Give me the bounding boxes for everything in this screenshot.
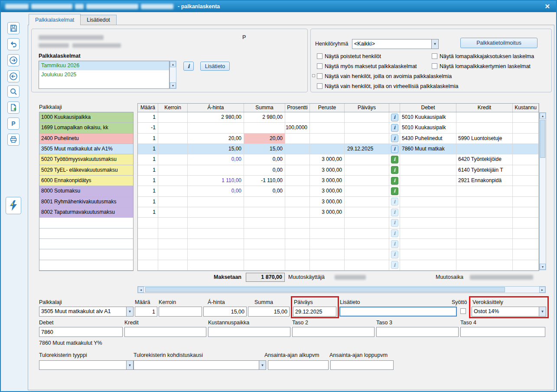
grid-row[interactable]: i	[138, 249, 539, 260]
cell-ahinta[interactable]	[188, 218, 244, 228]
cell-kerroin[interactable]	[158, 207, 188, 218]
cell-kredit[interactable]: 6140 Työntekijäin T	[456, 165, 513, 176]
cell-ahinta[interactable]	[188, 207, 244, 218]
cell-kredit[interactable]	[456, 197, 513, 207]
cell-maara[interactable]: 1	[138, 144, 158, 154]
cell-prosentti[interactable]	[285, 229, 310, 239]
cell-peruste[interactable]	[310, 112, 345, 123]
maara-input[interactable]	[135, 307, 157, 317]
cell-kerroin[interactable]	[158, 123, 188, 133]
cell-kerroin[interactable]	[158, 239, 188, 249]
period-item[interactable]: Tammikuu 2026	[39, 61, 169, 70]
summa-input[interactable]	[248, 307, 290, 317]
cell-ahinta[interactable]	[188, 229, 244, 239]
grid-row[interactable]: 10,003 000,00i6140 Työntekijäin T	[138, 165, 539, 176]
cell-debet[interactable]	[400, 154, 456, 165]
cell-summa[interactable]	[244, 207, 285, 218]
checkbox-icon[interactable]	[317, 63, 322, 69]
cell-debet[interactable]	[400, 186, 456, 196]
row-info-button[interactable]: i	[391, 145, 398, 153]
cell-ahinta[interactable]: 15,00	[188, 144, 244, 154]
cell-kredit[interactable]	[456, 186, 513, 196]
cell-ahinta[interactable]	[188, 260, 244, 271]
cell-kustannuspaikka[interactable]	[513, 176, 539, 186]
cell-maara[interactable]	[138, 260, 158, 271]
ansainta-loppupvm-input[interactable]	[330, 360, 394, 370]
ahinta-input[interactable]	[203, 307, 247, 317]
cell-peruste[interactable]: 3 000,00	[310, 207, 345, 218]
grid-horizontal-scrollbar[interactable]: ◄ ►	[137, 286, 546, 293]
dropdown-arrow-icon[interactable]: ▼	[259, 360, 266, 370]
scroll-up-icon[interactable]: ▲	[540, 113, 546, 119]
cell-kerroin[interactable]	[158, 112, 188, 123]
palkkalaji-item[interactable]: 8000 Sotumaksu	[39, 186, 133, 196]
cell-debet[interactable]	[400, 218, 456, 228]
cell-peruste[interactable]: 3 000,00	[310, 154, 345, 165]
cell-ahinta[interactable]: 1 110,00	[188, 176, 244, 186]
filter-checkbox[interactable]: Näytä lomapalkkakertymien laskelmat	[432, 62, 534, 70]
cell-debet[interactable]	[400, 239, 456, 249]
taso4-input[interactable]	[460, 327, 545, 337]
scroll-down-icon[interactable]: ▼	[540, 264, 546, 270]
cell-kredit[interactable]	[456, 229, 513, 239]
palkkalaji-item[interactable]: 1000 Kuukausipalkka	[39, 112, 133, 123]
cell-peruste[interactable]	[310, 123, 345, 133]
flash-button[interactable]	[6, 197, 21, 214]
cell-prosentti[interactable]	[285, 165, 310, 176]
cell-kredit[interactable]	[456, 260, 513, 271]
cell-kustannuspaikka[interactable]	[513, 134, 539, 144]
cell-kustannuspaikka[interactable]	[513, 112, 539, 123]
cell-peruste[interactable]	[310, 134, 345, 144]
cell-maara[interactable]: 1	[138, 165, 158, 176]
cell-summa[interactable]: 2 980,00	[244, 112, 285, 123]
cell-kredit[interactable]: 6420 Työntekijöide	[456, 154, 513, 165]
cell-summa[interactable]: 0,00	[244, 165, 285, 176]
grid-row[interactable]: 13 000,00i	[138, 207, 539, 218]
cell-summa[interactable]: 0,00	[244, 154, 285, 165]
cell-debet[interactable]: 5010 Kuukausipalk	[400, 123, 456, 133]
cell-paivays[interactable]	[345, 207, 389, 218]
row-info-button[interactable]: i	[391, 124, 398, 132]
grid-row[interactable]: i	[138, 229, 539, 239]
period-info-button[interactable]: i	[183, 62, 194, 71]
syotto-checkbox[interactable]	[460, 308, 466, 314]
cell-kredit[interactable]	[456, 144, 513, 154]
cell-ahinta[interactable]	[188, 197, 244, 207]
cell-kerroin[interactable]	[158, 176, 188, 186]
cell-maara[interactable]	[138, 229, 158, 239]
row-info-button[interactable]: i	[391, 156, 398, 163]
print-button[interactable]	[7, 134, 20, 146]
cell-summa[interactable]	[244, 260, 285, 271]
scrollbar-thumb[interactable]	[145, 287, 505, 292]
cell-summa[interactable]: 0,00	[244, 186, 285, 196]
cell-paivays[interactable]	[345, 134, 389, 144]
cell-kustannuspaikka[interactable]	[513, 197, 539, 207]
cell-debet[interactable]: 5010 Kuukausipalk	[400, 112, 456, 123]
cell-maara[interactable]: 1	[138, 112, 158, 123]
cell-paivays[interactable]	[345, 197, 389, 207]
cell-kustannuspaikka[interactable]	[513, 123, 539, 133]
cell-kustannuspaikka[interactable]	[513, 260, 539, 271]
cell-prosentti[interactable]	[285, 218, 310, 228]
cell-maara[interactable]: 1	[138, 134, 158, 144]
cell-paivays[interactable]	[345, 112, 389, 123]
tab-lisatiedot[interactable]: Lisätiedot	[81, 15, 117, 25]
cell-prosentti[interactable]	[285, 144, 310, 154]
cell-maara[interactable]	[138, 218, 158, 228]
grid-row[interactable]: 10,000,003 000,00i6420 Työntekijöide	[138, 154, 539, 165]
cell-paivays[interactable]	[345, 249, 389, 260]
grid-vertical-scrollbar[interactable]: ▲ ▼	[539, 112, 546, 270]
cell-kustannuspaikka[interactable]	[513, 239, 539, 249]
palkkalaji-item[interactable]	[39, 229, 133, 239]
dropdown-arrow-icon[interactable]: ▼	[126, 307, 134, 317]
kerroin-input[interactable]	[159, 307, 202, 317]
cell-ahinta[interactable]	[188, 239, 244, 249]
grid-row[interactable]: 12 980,002 980,00i5010 Kuukausipalk	[138, 112, 539, 123]
cell-maara[interactable]: 1	[138, 186, 158, 196]
palkkalaji-item[interactable]	[39, 218, 133, 228]
scroll-left-icon[interactable]: ◄	[138, 287, 144, 293]
previous-button[interactable]	[7, 70, 20, 82]
cell-debet[interactable]	[400, 260, 456, 271]
row-info-button[interactable]: i	[391, 219, 398, 227]
palkkalaji-item[interactable]: 1699 Lomapalkan oikaisu, kk	[39, 123, 133, 133]
